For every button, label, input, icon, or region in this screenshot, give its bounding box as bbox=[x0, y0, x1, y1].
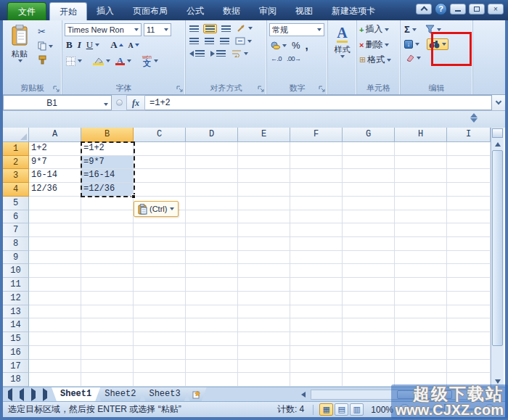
font-dialog-launcher[interactable] bbox=[176, 86, 184, 93]
row-header-12[interactable]: 12 bbox=[3, 292, 29, 305]
scroll-spin-widget[interactable] bbox=[470, 113, 478, 123]
cell-G11[interactable] bbox=[343, 278, 395, 292]
cell-A3[interactable]: 16-14 bbox=[29, 169, 81, 183]
cell-I8[interactable] bbox=[447, 237, 491, 251]
cell-E11[interactable] bbox=[238, 278, 290, 292]
accounting-format-button[interactable] bbox=[269, 41, 288, 50]
cell-I16[interactable] bbox=[447, 346, 491, 360]
tab-insert[interactable]: 插入 bbox=[87, 2, 123, 20]
cell-H10[interactable] bbox=[395, 264, 447, 278]
cell-A6[interactable] bbox=[29, 210, 81, 224]
cell-E10[interactable] bbox=[238, 264, 290, 278]
cell-D5[interactable] bbox=[186, 197, 238, 210]
cell-H3[interactable] bbox=[395, 169, 447, 183]
column-header-A[interactable]: A bbox=[29, 128, 81, 142]
select-all-corner[interactable] bbox=[3, 128, 29, 142]
cell-B5[interactable] bbox=[81, 197, 134, 210]
cell-styles-button[interactable]: A 样式 bbox=[330, 23, 354, 58]
cell-F7[interactable] bbox=[290, 223, 343, 237]
cell-G7[interactable] bbox=[343, 223, 395, 237]
cell-D11[interactable] bbox=[186, 278, 238, 292]
cell-B7[interactable] bbox=[81, 223, 134, 237]
cell-F12[interactable] bbox=[290, 292, 343, 305]
sheet-tab-sheet3[interactable]: Sheet3 bbox=[140, 387, 189, 401]
cell-E7[interactable] bbox=[238, 223, 290, 237]
cell-B1[interactable]: =1+2 bbox=[81, 142, 134, 156]
cell-F8[interactable] bbox=[290, 237, 343, 251]
insert-worksheet-button[interactable] bbox=[185, 387, 207, 401]
help-button[interactable]: ? bbox=[435, 3, 447, 15]
cell-E14[interactable] bbox=[238, 318, 290, 332]
cell-A15[interactable] bbox=[29, 332, 81, 346]
cell-H12[interactable] bbox=[395, 292, 447, 305]
collapse-ribbon-button[interactable] bbox=[416, 4, 432, 15]
cell-G5[interactable] bbox=[343, 197, 395, 210]
page-break-view-button[interactable]: ▥ bbox=[350, 403, 364, 416]
cell-F15[interactable] bbox=[290, 332, 343, 346]
bold-button[interactable]: B bbox=[65, 38, 74, 52]
cell-E8[interactable] bbox=[238, 237, 290, 251]
row-header-18[interactable]: 18 bbox=[3, 373, 29, 387]
cell-B16[interactable] bbox=[81, 346, 134, 360]
cell-A2[interactable]: 9*7 bbox=[29, 156, 81, 170]
cell-I4[interactable] bbox=[447, 183, 491, 197]
cell-E13[interactable] bbox=[238, 305, 290, 319]
hscroll-left-button[interactable] bbox=[298, 389, 309, 400]
copy-button[interactable] bbox=[36, 41, 54, 52]
font-family-combo[interactable]: Times New Ron bbox=[65, 23, 142, 36]
paste-button[interactable]: 粘贴 bbox=[5, 23, 34, 83]
sheet-tab-sheet1[interactable]: Sheet1 bbox=[52, 387, 100, 401]
cell-I10[interactable] bbox=[447, 264, 491, 278]
cell-C3[interactable] bbox=[134, 169, 186, 183]
cell-F14[interactable] bbox=[290, 318, 343, 332]
cell-G3[interactable] bbox=[343, 169, 395, 183]
close-button[interactable]: × bbox=[488, 4, 504, 15]
sort-filter-button[interactable] bbox=[424, 23, 443, 36]
cell-H7[interactable] bbox=[395, 223, 447, 237]
cell-E12[interactable] bbox=[238, 292, 290, 305]
cell-B18[interactable] bbox=[81, 373, 134, 387]
cell-D4[interactable] bbox=[186, 183, 238, 197]
tab-data[interactable]: 数据 bbox=[213, 2, 250, 20]
cell-G9[interactable] bbox=[343, 251, 395, 265]
fill-button[interactable]: ↓ bbox=[403, 38, 421, 50]
cell-E18[interactable] bbox=[238, 373, 290, 387]
cell-D15[interactable] bbox=[186, 332, 238, 346]
cell-D9[interactable] bbox=[186, 251, 238, 265]
cell-A1[interactable]: 1+2 bbox=[29, 142, 81, 156]
row-header-16[interactable]: 16 bbox=[3, 346, 29, 360]
tab-review[interactable]: 审阅 bbox=[250, 2, 286, 20]
cell-D17[interactable] bbox=[186, 360, 238, 374]
column-header-H[interactable]: H bbox=[395, 128, 447, 142]
row-header-17[interactable]: 17 bbox=[3, 360, 29, 374]
cell-G14[interactable] bbox=[343, 318, 395, 332]
vertical-scrollbar[interactable] bbox=[491, 128, 504, 387]
cell-G15[interactable] bbox=[343, 332, 395, 346]
cell-F6[interactable] bbox=[290, 210, 343, 224]
cell-D3[interactable] bbox=[186, 169, 238, 183]
row-header-11[interactable]: 11 bbox=[3, 278, 29, 292]
middle-align-button[interactable] bbox=[203, 24, 217, 33]
zoom-out-button[interactable]: − bbox=[399, 404, 410, 415]
cell-A16[interactable] bbox=[29, 346, 81, 360]
clipboard-dialog-launcher[interactable] bbox=[53, 86, 60, 93]
cell-D18[interactable] bbox=[186, 373, 238, 387]
cell-H2[interactable] bbox=[395, 156, 447, 170]
cell-E5[interactable] bbox=[238, 197, 290, 210]
cell-A14[interactable] bbox=[29, 318, 81, 332]
row-header-10[interactable]: 10 bbox=[3, 264, 29, 278]
cell-F3[interactable] bbox=[290, 169, 343, 183]
cell-G4[interactable] bbox=[343, 183, 395, 197]
increase-decimal-button[interactable]: ←.0 bbox=[269, 54, 283, 63]
cell-G8[interactable] bbox=[343, 237, 395, 251]
font-size-combo[interactable]: 11 bbox=[144, 23, 171, 36]
cell-H11[interactable] bbox=[395, 278, 447, 292]
cell-H13[interactable] bbox=[395, 305, 447, 319]
cell-H8[interactable] bbox=[395, 237, 447, 251]
cell-I2[interactable] bbox=[447, 156, 491, 170]
cell-C7[interactable] bbox=[134, 223, 186, 237]
column-header-F[interactable]: F bbox=[290, 128, 343, 142]
fill-handle[interactable] bbox=[131, 194, 136, 199]
expand-formula-bar-button[interactable] bbox=[492, 95, 505, 110]
cell-A9[interactable] bbox=[29, 251, 81, 265]
